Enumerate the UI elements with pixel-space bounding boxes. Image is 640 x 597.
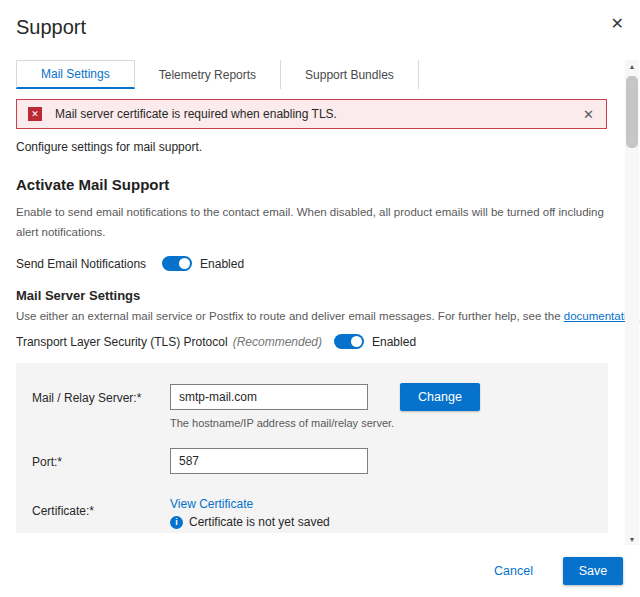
- certificate-note-row: i Certificate is not yet saved: [170, 515, 330, 529]
- dialog-close-icon[interactable]: ✕: [611, 16, 624, 32]
- mail-server-description: Use either an external mail service or P…: [16, 306, 640, 326]
- mail-relay-server-input[interactable]: [170, 384, 368, 410]
- activate-mail-support-heading: Activate Mail Support: [16, 176, 169, 193]
- change-button[interactable]: Change: [400, 383, 480, 411]
- mail-server-settings-heading: Mail Server Settings: [16, 288, 140, 303]
- cancel-button[interactable]: Cancel: [494, 564, 533, 578]
- certificate-label: Certificate:*: [32, 504, 94, 518]
- activate-description: Enable to send email notifications to th…: [16, 202, 610, 242]
- mail-server-form-panel: Mail / Relay Server:* Change The hostnam…: [16, 363, 608, 533]
- toggle-knob-icon: [179, 258, 190, 269]
- tab-bar: Mail Settings Telemetry Reports Support …: [16, 60, 419, 89]
- tab-support-bundles[interactable]: Support Bundles: [281, 60, 419, 89]
- send-email-label: Send Email Notifications: [16, 257, 146, 271]
- mail-relay-server-label: Mail / Relay Server:*: [32, 391, 141, 405]
- error-message: Mail server certificate is required when…: [55, 107, 583, 121]
- send-email-row: Send Email Notifications Enabled: [16, 256, 244, 271]
- tab-mail-settings[interactable]: Mail Settings: [16, 60, 135, 89]
- port-input[interactable]: [170, 448, 368, 474]
- scroll-up-icon[interactable]: ▲: [625, 60, 639, 74]
- support-dialog: Support ✕ Mail Settings Telemetry Report…: [0, 0, 640, 597]
- error-icon: ✕: [28, 107, 42, 121]
- certificate-note: Certificate is not yet saved: [189, 515, 330, 529]
- tls-toggle[interactable]: [334, 334, 364, 349]
- tls-recommended-note: (Recommended): [233, 335, 322, 349]
- error-banner: ✕ Mail server certificate is required wh…: [16, 99, 607, 129]
- footer: Cancel Save: [0, 545, 640, 597]
- port-label: Port:*: [32, 455, 62, 469]
- tls-state: Enabled: [372, 335, 416, 349]
- toggle-knob-icon: [351, 336, 362, 347]
- intro-text: Configure settings for mail support.: [16, 140, 202, 154]
- send-email-state: Enabled: [200, 257, 244, 271]
- info-icon: i: [170, 516, 183, 529]
- view-certificate-link[interactable]: View Certificate: [170, 497, 253, 511]
- server-help-text: The hostname/IP address of mail/relay se…: [170, 417, 394, 429]
- tab-telemetry-reports[interactable]: Telemetry Reports: [135, 60, 281, 89]
- save-button[interactable]: Save: [563, 557, 623, 585]
- scrollbar-thumb[interactable]: [626, 76, 638, 148]
- tls-row: Transport Layer Security (TLS) Protocol …: [16, 334, 416, 349]
- alert-dismiss-icon[interactable]: ✕: [583, 107, 594, 122]
- scrollbar[interactable]: ▲ ▼: [625, 60, 639, 547]
- send-email-toggle[interactable]: [162, 256, 192, 271]
- tls-label: Transport Layer Security (TLS) Protocol: [16, 335, 228, 349]
- dialog-title: Support: [16, 16, 86, 39]
- mail-server-description-text: Use either an external mail service or P…: [16, 310, 564, 322]
